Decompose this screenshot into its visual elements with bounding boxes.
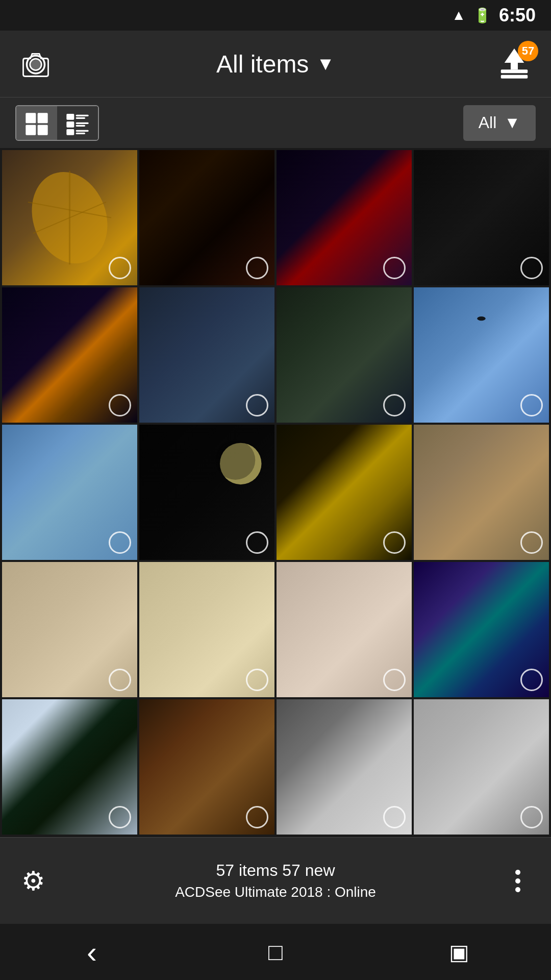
- select-circle[interactable]: [520, 806, 543, 828]
- svg-rect-12: [76, 117, 85, 118]
- svg-rect-7: [38, 113, 48, 123]
- recents-button[interactable]: [434, 937, 485, 967]
- list-view-button[interactable]: [57, 106, 98, 141]
- svg-rect-18: [76, 132, 85, 134]
- svg-rect-6: [26, 113, 36, 123]
- photo-grid: [0, 148, 551, 837]
- select-circle[interactable]: [246, 394, 268, 416]
- photo-cell[interactable]: [139, 562, 274, 697]
- photo-cell[interactable]: [2, 699, 137, 835]
- view-toggle[interactable]: [15, 105, 99, 141]
- more-dot-1: [515, 870, 520, 875]
- system-nav-bar: [0, 924, 551, 980]
- select-circle[interactable]: [520, 394, 543, 416]
- select-circle[interactable]: [246, 531, 268, 554]
- photo-cell[interactable]: [139, 150, 274, 285]
- filter-chevron-icon: ▼: [504, 113, 520, 132]
- svg-rect-15: [76, 125, 85, 126]
- svg-rect-8: [26, 125, 36, 135]
- photo-cell[interactable]: [277, 287, 412, 423]
- select-circle[interactable]: [246, 669, 268, 691]
- photo-cell[interactable]: [277, 699, 412, 835]
- svg-rect-9: [38, 125, 48, 135]
- filter-button[interactable]: All ▼: [463, 105, 536, 141]
- toolbar: All items ▼ 57: [0, 31, 551, 97]
- upload-button[interactable]: 57: [495, 43, 536, 84]
- svg-point-25: [216, 440, 255, 480]
- more-dot-3: [515, 887, 520, 892]
- status-line1: 57 items 57 new: [51, 861, 500, 880]
- photo-cell[interactable]: [2, 287, 137, 423]
- photo-cell[interactable]: [2, 562, 137, 697]
- photo-cell[interactable]: [277, 425, 412, 560]
- view-controls-bar: All ▼: [0, 97, 551, 148]
- select-circle[interactable]: [383, 669, 406, 691]
- status-icons: ▲ 🔋 6:50: [452, 5, 536, 26]
- photo-cell[interactable]: [2, 425, 137, 560]
- status-time: 6:50: [499, 5, 536, 26]
- battery-icon: 🔋: [473, 7, 491, 24]
- select-circle[interactable]: [109, 394, 131, 416]
- select-circle[interactable]: [109, 669, 131, 691]
- more-dot-2: [515, 878, 520, 884]
- title-area[interactable]: All items ▼: [56, 50, 495, 78]
- select-circle[interactable]: [246, 806, 268, 828]
- photo-cell[interactable]: [2, 150, 137, 285]
- back-button[interactable]: [66, 937, 117, 967]
- home-button[interactable]: [250, 937, 301, 967]
- status-info: 57 items 57 new ACDSee Ultimate 2018 : O…: [51, 861, 500, 900]
- svg-rect-4: [500, 75, 528, 78]
- chevron-down-icon: ▼: [316, 53, 335, 75]
- photo-cell[interactable]: [139, 699, 274, 835]
- select-circle[interactable]: [109, 806, 131, 828]
- photo-cell[interactable]: [139, 425, 274, 560]
- select-circle[interactable]: [520, 669, 543, 691]
- svg-point-23: [477, 316, 485, 321]
- select-circle[interactable]: [383, 257, 406, 279]
- select-circle[interactable]: [520, 257, 543, 279]
- svg-point-1: [31, 60, 41, 70]
- bottom-bar: ⚙ 57 items 57 new ACDSee Ultimate 2018 :…: [0, 837, 551, 924]
- grid-view-button[interactable]: [16, 106, 57, 141]
- select-circle[interactable]: [383, 806, 406, 828]
- select-circle[interactable]: [383, 394, 406, 416]
- photo-cell[interactable]: [277, 562, 412, 697]
- photo-cell[interactable]: [414, 425, 549, 560]
- svg-rect-3: [500, 69, 528, 73]
- photo-cell[interactable]: [414, 150, 549, 285]
- more-options-button[interactable]: [500, 863, 536, 899]
- select-circle[interactable]: [246, 257, 268, 279]
- svg-rect-11: [76, 114, 89, 116]
- svg-rect-13: [66, 121, 74, 128]
- photo-cell[interactable]: [414, 562, 549, 697]
- photo-cell[interactable]: [414, 699, 549, 835]
- svg-rect-14: [76, 122, 89, 124]
- svg-rect-16: [66, 129, 74, 135]
- status-bar: ▲ 🔋 6:50: [0, 0, 551, 31]
- settings-button[interactable]: ⚙: [15, 863, 51, 899]
- photo-cell[interactable]: [277, 150, 412, 285]
- notification-badge: 57: [518, 41, 538, 61]
- svg-rect-17: [76, 130, 89, 131]
- select-circle[interactable]: [109, 257, 131, 279]
- status-line2: ACDSee Ultimate 2018 : Online: [51, 884, 500, 900]
- select-circle[interactable]: [109, 531, 131, 554]
- photo-cell[interactable]: [414, 287, 549, 423]
- page-title: All items: [216, 50, 309, 78]
- settings-icon: ⚙: [21, 866, 45, 896]
- camera-button[interactable]: [15, 43, 56, 84]
- svg-rect-10: [66, 114, 74, 120]
- wifi-icon: ▲: [452, 7, 466, 23]
- filter-label: All: [479, 113, 497, 132]
- select-circle[interactable]: [520, 531, 543, 554]
- select-circle[interactable]: [383, 531, 406, 554]
- photo-cell[interactable]: [139, 287, 274, 423]
